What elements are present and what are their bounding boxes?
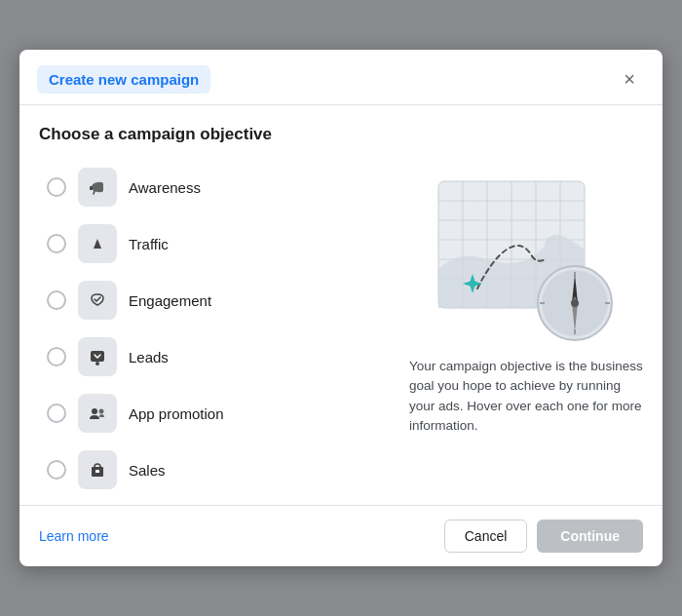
- content-area: Awareness Traffic: [39, 162, 643, 495]
- leads-label: Leads: [129, 349, 169, 366]
- svg-point-2: [95, 362, 99, 366]
- objective-item-app-promotion[interactable]: App promotion: [39, 388, 390, 439]
- modal-title: Create new campaign: [37, 65, 210, 94]
- traffic-label: Traffic: [129, 236, 169, 252]
- app-promotion-label: App promotion: [129, 405, 224, 422]
- campaign-illustration: [419, 162, 633, 357]
- awareness-icon: [78, 168, 117, 207]
- objective-item-engagement[interactable]: Engagement: [39, 275, 390, 326]
- info-panel: Your campaign objective is the business …: [409, 162, 643, 495]
- engagement-icon: [78, 281, 117, 320]
- objective-item-traffic[interactable]: Traffic: [39, 218, 390, 269]
- radio-engagement[interactable]: [47, 290, 66, 310]
- sales-icon: [78, 450, 117, 489]
- svg-rect-0: [90, 186, 93, 190]
- objective-item-awareness[interactable]: Awareness: [39, 162, 390, 212]
- modal-dialog: Create new campaign × Choose a campaign …: [19, 50, 663, 566]
- svg-rect-6: [95, 470, 99, 473]
- continue-button[interactable]: Continue: [537, 520, 643, 553]
- radio-leads[interactable]: [47, 347, 66, 366]
- radio-app-promotion[interactable]: [47, 404, 66, 423]
- radio-sales[interactable]: [47, 460, 66, 480]
- cancel-button[interactable]: Cancel: [444, 520, 528, 553]
- engagement-label: Engagement: [129, 292, 211, 309]
- modal-overlay: Create new campaign × Choose a campaign …: [0, 0, 682, 616]
- footer-buttons: Cancel Continue: [444, 520, 643, 553]
- svg-point-3: [92, 408, 97, 414]
- svg-rect-1: [91, 351, 104, 362]
- traffic-icon: [78, 224, 117, 263]
- sales-label: Sales: [129, 462, 166, 479]
- radio-traffic[interactable]: [47, 234, 66, 253]
- svg-point-20: [571, 299, 579, 307]
- objectives-list: Awareness Traffic: [39, 162, 390, 495]
- objective-item-sales[interactable]: Sales: [39, 444, 390, 495]
- radio-awareness[interactable]: [47, 177, 66, 197]
- modal-body: Choose a campaign objective: [19, 105, 663, 505]
- learn-more-link[interactable]: Learn more: [39, 528, 109, 544]
- app-promotion-icon: [78, 394, 117, 433]
- svg-point-4: [99, 409, 104, 414]
- objective-item-leads[interactable]: Leads: [39, 331, 390, 382]
- section-heading: Choose a campaign objective: [39, 125, 643, 144]
- awareness-label: Awareness: [129, 179, 201, 196]
- modal-header: Create new campaign ×: [19, 50, 663, 105]
- close-button[interactable]: ×: [614, 63, 645, 95]
- modal-footer: Learn more Cancel Continue: [19, 505, 663, 566]
- leads-icon: [78, 337, 117, 376]
- info-description: Your campaign objective is the business …: [409, 357, 643, 436]
